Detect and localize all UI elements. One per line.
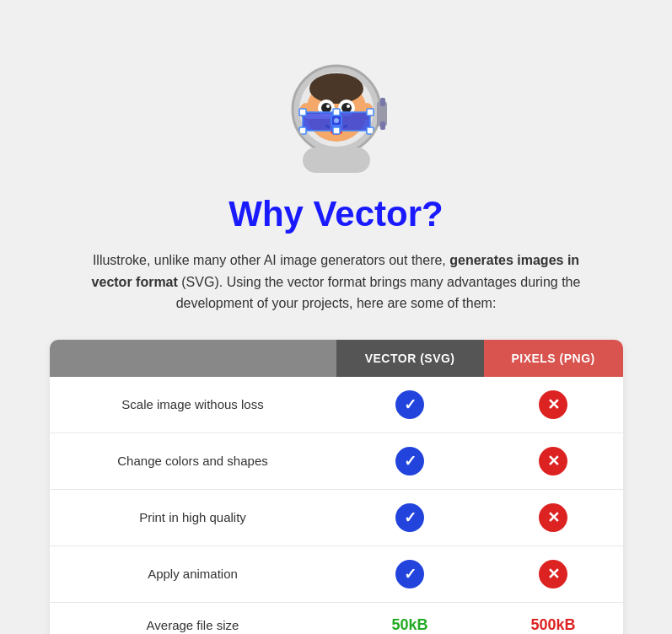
- table-row: Change colors and shapes ✓ ✕: [50, 433, 623, 489]
- pixels-check-cell: ✕: [484, 377, 623, 433]
- svg-rect-29: [380, 98, 385, 106]
- svg-point-25: [334, 118, 339, 123]
- cross-icon: ✕: [539, 503, 567, 532]
- pixels-check-cell: ✕: [484, 433, 623, 489]
- svg-rect-19: [367, 109, 374, 116]
- vector-size: 50kB: [392, 616, 428, 633]
- comparison-table: VECTOR (SVG) PIXELS (PNG) Scale image wi…: [50, 340, 623, 634]
- table-row: Scale image withous loss ✓ ✕: [50, 377, 623, 433]
- check-icon: ✓: [395, 503, 424, 532]
- table-row: Average file size 50kB 500kB: [50, 602, 623, 634]
- feature-label: Print in high quality: [50, 489, 336, 545]
- svg-rect-22: [333, 109, 340, 116]
- svg-point-10: [326, 105, 330, 108]
- page-title: Why Vector?: [228, 194, 443, 234]
- cross-icon: ✕: [539, 560, 567, 588]
- vector-header: VECTOR (SVG): [336, 340, 484, 377]
- svg-rect-23: [333, 127, 340, 134]
- svg-rect-27: [303, 148, 370, 173]
- vector-check-cell: ✓: [336, 489, 484, 545]
- pixels-check-cell: ✕: [484, 489, 623, 545]
- check-icon: ✓: [395, 447, 424, 476]
- svg-rect-18: [299, 109, 306, 116]
- feature-label: Apply animation: [50, 545, 336, 602]
- svg-rect-30: [380, 121, 385, 130]
- hero-illustration: [252, 42, 421, 177]
- pixels-size-cell: 500kB: [484, 602, 623, 634]
- feature-label: Change colors and shapes: [50, 433, 336, 489]
- svg-point-8: [321, 103, 331, 113]
- cross-icon: ✕: [539, 447, 567, 476]
- svg-point-3: [309, 73, 363, 104]
- cross-icon: ✕: [539, 390, 567, 419]
- check-icon: ✓: [395, 560, 424, 588]
- vector-check-cell: ✓: [336, 545, 484, 602]
- table-row: Apply animation ✓ ✕: [50, 545, 623, 602]
- feature-label: Scale image withous loss: [50, 377, 336, 433]
- feature-label: Average file size: [50, 602, 336, 634]
- pixels-size: 500kB: [531, 616, 576, 633]
- description-end: (SVG). Using the vector format brings ma…: [176, 275, 581, 311]
- pixels-check-cell: ✕: [484, 545, 623, 602]
- page-description: Illustroke, unlike many other AI image g…: [92, 250, 581, 314]
- vector-size-cell: 50kB: [336, 602, 484, 634]
- svg-point-9: [341, 103, 352, 113]
- pixels-header: PIXELS (PNG): [484, 340, 623, 377]
- vector-check-cell: ✓: [336, 433, 484, 489]
- description-normal: Illustroke, unlike many other AI image g…: [93, 253, 449, 267]
- check-icon: ✓: [395, 390, 424, 419]
- svg-point-11: [347, 105, 350, 108]
- page-container: Why Vector? Illustroke, unlike many othe…: [17, 17, 655, 634]
- vector-check-cell: ✓: [336, 377, 484, 433]
- table-row: Print in high quality ✓ ✕: [50, 489, 623, 545]
